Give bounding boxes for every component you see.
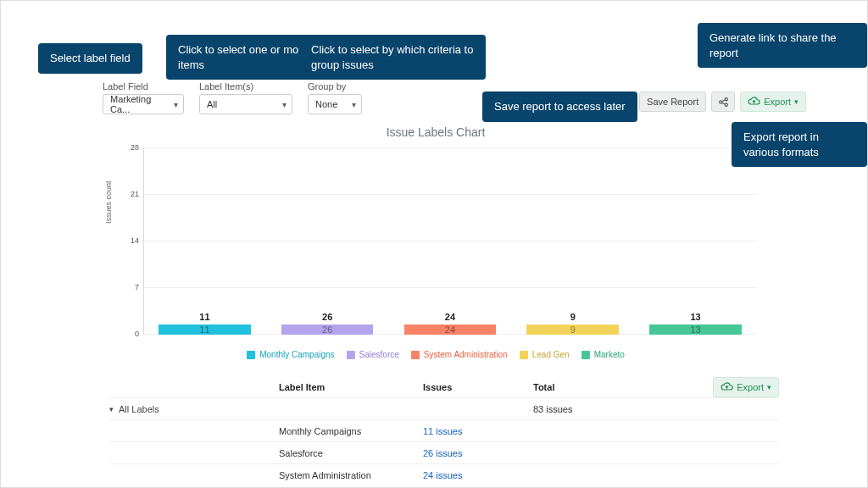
chevron-down-icon: ▾ [767,383,771,391]
issues-link[interactable]: 24 issues [423,470,462,480]
chart-legend: Monthly CampaignsSalesforceSystem Admini… [109,350,762,359]
legend-label: System Administration [424,350,508,359]
bar-rect: 24 [404,324,497,335]
table-row: Salesforce26 issues [109,441,779,463]
group-by-group: Group by None [308,81,362,114]
callout-export-formats: Export report in various formats [732,122,867,167]
chevron-down-icon: ▾ [794,97,798,106]
bar-salesforce[interactable]: 2626 [281,312,374,335]
bar-value-label: 9 [570,312,576,322]
col-header-label-item: Label Item [279,382,423,392]
bar-monthly-campaigns[interactable]: 1111 [159,312,251,335]
group-by-label: Group by [308,81,362,92]
cell-label-item: System Administration [279,470,423,480]
legend-swatch [581,351,590,359]
label-field-group: Label Field Marketing Ca... [103,81,184,114]
bar-rect: 26 [281,324,374,335]
bar-rect: 11 [159,324,251,335]
bar-value-inner: 24 [445,324,455,335]
legend-item[interactable]: Monthly Campaigns [247,350,334,359]
table-group-row: ▾ All Labels 83 issues [109,397,779,419]
label-items-group: Label Item(s) All [199,81,292,114]
svg-line-3 [721,99,725,101]
save-report-button[interactable]: Save Report [639,92,706,112]
group-by-select[interactable]: None [308,94,362,114]
cell-label-item: Salesforce [279,448,423,458]
bar-value-inner: 9 [570,324,576,335]
legend-label: Monthly Campaigns [259,350,334,359]
bar-value-label: 11 [199,312,209,322]
bar-value-label: 13 [690,312,700,322]
share-button[interactable] [711,92,735,112]
share-icon [718,97,729,108]
group-row-total: 83 issues [533,404,779,414]
legend-label: Lead Gen [532,350,570,359]
issues-table: Export ▾ Label Item Issues Total ▾ All L… [109,380,779,485]
cloud-export-icon [721,382,733,392]
bar-rect: 9 [526,324,619,335]
y-tick: 0 [120,330,139,338]
legend-swatch [347,351,355,359]
table-row: Monthly Campaigns11 issues [109,419,779,441]
svg-line-4 [721,103,725,104]
bar-marketo[interactable]: 1313 [649,312,742,335]
chart-bars: 111126262424991313 [143,147,757,335]
svg-point-2 [725,103,727,106]
label-items-label: Label Item(s) [199,81,292,92]
bar-system-administration[interactable]: 2424 [404,312,497,335]
issue-labels-chart: Issue Labels Chart Issues count 07142128… [109,125,762,363]
group-row-label: All Labels [119,404,159,414]
table-header-row: Label Item Issues Total [109,380,779,397]
legend-label: Marketo [594,350,625,359]
table-export-button[interactable]: Export ▾ [713,377,779,397]
bar-value-inner: 13 [690,324,700,335]
export-button[interactable]: Export ▾ [740,92,806,112]
svg-point-0 [719,100,721,103]
label-field-select[interactable]: Marketing Ca... [103,94,184,114]
svg-point-1 [725,97,727,100]
callout-share-link: Generate link to share the report [698,23,867,68]
bar-rect: 13 [649,324,742,335]
export-button-label: Export [764,97,791,107]
col-header-issues: Issues [423,382,533,392]
y-tick: 7 [120,283,139,291]
legend-item[interactable]: Lead Gen [520,350,570,359]
chevron-down-icon: ▾ [109,405,114,413]
table-export-label: Export [737,382,764,392]
legend-label: Salesforce [359,350,399,359]
callout-save-report: Save report to access later [482,92,637,122]
y-tick: 21 [120,190,139,198]
legend-swatch [520,351,528,359]
y-axis-label: Issues count [104,180,113,224]
y-tick: 14 [120,236,139,245]
legend-item[interactable]: System Administration [411,350,508,359]
callout-group-by: Click to select by which criteria to gro… [299,35,486,80]
chart-plot: Issues count 07142128 111126262424991313 [109,144,762,343]
chart-title: Issue Labels Chart [109,125,762,139]
bar-lead-gen[interactable]: 99 [526,312,619,335]
cloud-export-icon [748,97,760,107]
bar-value-label: 24 [445,312,455,322]
bar-value-inner: 26 [322,324,332,335]
legend-swatch [247,351,255,359]
label-field-label: Label Field [103,81,184,92]
issues-link[interactable]: 26 issues [423,448,462,458]
legend-item[interactable]: Salesforce [347,350,399,359]
expand-toggle[interactable]: ▾ All Labels [109,404,279,414]
bar-value-label: 26 [322,312,332,322]
table-row: System Administration24 issues [109,463,779,485]
report-controls: Label Field Marketing Ca... Label Item(s… [103,81,362,114]
callout-select-label-field: Select label field [38,43,142,74]
label-items-select[interactable]: All [199,94,292,114]
y-tick: 28 [120,143,139,152]
report-toolbar: Save Report Export ▾ [639,92,806,112]
bar-value-inner: 11 [199,324,209,335]
legend-swatch [411,351,420,359]
legend-item[interactable]: Marketo [581,350,625,359]
cell-label-item: Monthly Campaigns [279,426,423,436]
issues-link[interactable]: 11 issues [423,426,462,436]
